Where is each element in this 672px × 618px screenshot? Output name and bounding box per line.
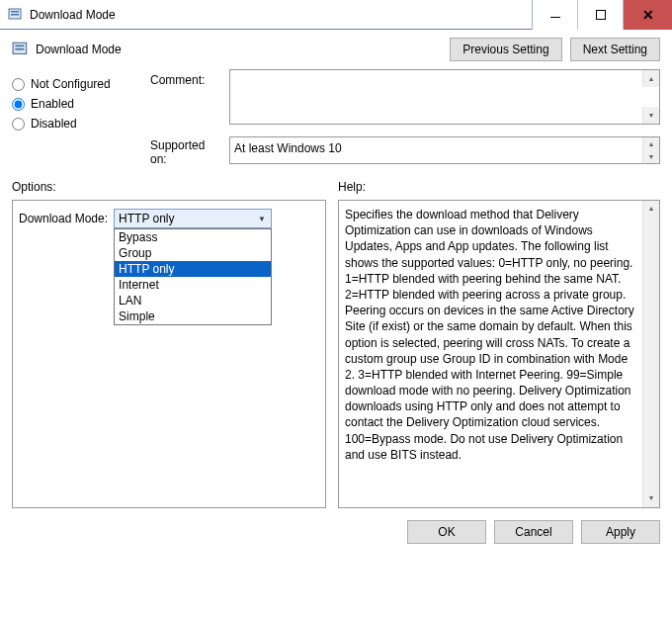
download-mode-selected: HTTP only xyxy=(119,212,174,225)
maximize-button[interactable] xyxy=(577,0,623,30)
options-heading: Options: xyxy=(12,180,326,194)
scroll-down-icon[interactable] xyxy=(642,490,659,507)
radio-enabled-input[interactable] xyxy=(12,98,25,111)
combo-option[interactable]: Simple xyxy=(115,309,271,324)
cancel-button[interactable]: Cancel xyxy=(494,520,573,544)
help-heading: Help: xyxy=(338,180,660,194)
combo-option[interactable]: Bypass xyxy=(115,229,271,245)
supported-on-value: At least Windows 10 xyxy=(234,141,641,161)
combo-option[interactable]: Internet xyxy=(115,277,271,293)
minimize-button[interactable] xyxy=(532,0,577,30)
scroll-down-icon[interactable] xyxy=(642,107,659,124)
supported-on-label: Supported on: xyxy=(150,138,229,166)
supported-on-field: At least Windows 10 xyxy=(229,136,660,164)
scroll-up-icon[interactable] xyxy=(642,137,659,150)
previous-setting-button[interactable]: Previous Setting xyxy=(450,38,561,61)
radio-enabled[interactable]: Enabled xyxy=(12,97,150,111)
scrollbar-track[interactable] xyxy=(642,218,659,490)
comment-label: Comment: xyxy=(150,73,229,87)
comment-value xyxy=(234,74,641,122)
download-mode-combobox[interactable]: HTTP only ▼ BypassGroupHTTP onlyInternet… xyxy=(114,209,272,228)
radio-not-configured-input[interactable] xyxy=(12,78,25,91)
next-setting-button[interactable]: Next Setting xyxy=(570,38,660,61)
ok-button[interactable]: OK xyxy=(407,520,486,544)
svg-rect-2 xyxy=(11,14,19,16)
radio-not-configured-label: Not Configured xyxy=(31,77,111,91)
scroll-up-icon[interactable] xyxy=(642,70,659,87)
close-button[interactable]: ✕ xyxy=(623,0,672,30)
combo-option[interactable]: HTTP only xyxy=(115,261,271,277)
comment-field[interactable] xyxy=(229,69,660,125)
policy-icon xyxy=(12,41,30,58)
help-text: Specifies the download method that Deliv… xyxy=(345,208,634,462)
scroll-down-icon[interactable] xyxy=(642,150,659,163)
app-icon xyxy=(8,7,24,23)
dialog-button-row: OK Cancel Apply xyxy=(0,508,672,544)
state-radio-group: Not Configured Enabled Disabled xyxy=(12,69,150,174)
help-panel: Specifies the download method that Deliv… xyxy=(338,200,660,508)
scroll-up-icon[interactable] xyxy=(642,201,659,218)
combo-option[interactable]: LAN xyxy=(115,293,271,309)
radio-enabled-label: Enabled xyxy=(31,97,74,111)
chevron-down-icon: ▼ xyxy=(254,211,270,226)
radio-disabled-input[interactable] xyxy=(12,118,25,131)
page-title: Download Mode xyxy=(36,43,122,56)
apply-button[interactable]: Apply xyxy=(581,520,660,544)
svg-rect-5 xyxy=(15,48,24,50)
svg-rect-4 xyxy=(15,45,24,47)
options-panel: Download Mode: HTTP only ▼ BypassGroupHT… xyxy=(12,200,326,508)
radio-not-configured[interactable]: Not Configured xyxy=(12,77,150,91)
window-title: Download Mode xyxy=(30,8,116,22)
title-bar: Download Mode ✕ xyxy=(0,0,672,30)
radio-disabled[interactable]: Disabled xyxy=(12,117,150,131)
combo-option[interactable]: Group xyxy=(115,245,271,261)
radio-disabled-label: Disabled xyxy=(31,117,77,131)
download-mode-dropdown-list[interactable]: BypassGroupHTTP onlyInternetLANSimple xyxy=(114,228,272,325)
svg-rect-1 xyxy=(11,11,19,13)
download-mode-label: Download Mode: xyxy=(19,212,108,225)
